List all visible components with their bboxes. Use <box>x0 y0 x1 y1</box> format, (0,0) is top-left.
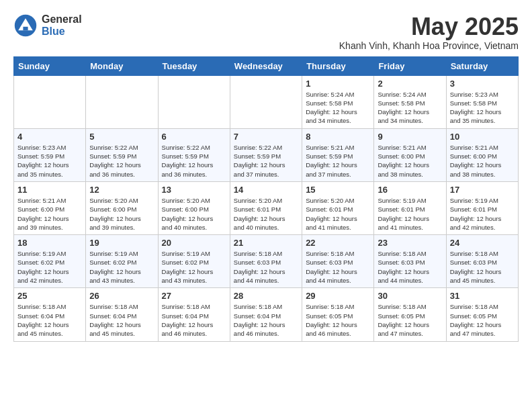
calendar-cell: 11Sunrise: 5:21 AMSunset: 6:00 PMDayligh… <box>14 181 86 234</box>
day-number: 15 <box>306 185 370 195</box>
day-info: Sunrise: 5:19 AMSunset: 6:01 PMDaylight:… <box>450 196 515 232</box>
day-number: 13 <box>162 185 226 195</box>
calendar-cell: 4Sunrise: 5:23 AMSunset: 5:59 PMDaylight… <box>14 128 86 181</box>
day-info: Sunrise: 5:19 AMSunset: 6:02 PMDaylight:… <box>17 249 82 285</box>
calendar-cell <box>158 75 230 128</box>
day-info: Sunrise: 5:18 AMSunset: 6:03 PMDaylight:… <box>378 249 442 285</box>
day-number: 1 <box>306 79 370 89</box>
day-number: 27 <box>162 291 226 301</box>
calendar-cell: 7Sunrise: 5:22 AMSunset: 5:59 PMDaylight… <box>230 128 302 181</box>
weekday-header-tuesday: Tuesday <box>158 56 230 75</box>
day-info: Sunrise: 5:18 AMSunset: 6:05 PMDaylight:… <box>450 302 515 338</box>
calendar-cell: 8Sunrise: 5:21 AMSunset: 5:59 PMDaylight… <box>302 128 374 181</box>
calendar-cell: 10Sunrise: 5:21 AMSunset: 6:00 PMDayligh… <box>446 128 518 181</box>
day-info: Sunrise: 5:21 AMSunset: 6:00 PMDaylight:… <box>450 143 515 179</box>
calendar-cell: 23Sunrise: 5:18 AMSunset: 6:03 PMDayligh… <box>374 235 446 288</box>
day-number: 6 <box>162 132 226 142</box>
day-number: 11 <box>17 185 82 195</box>
day-info: Sunrise: 5:21 AMSunset: 5:59 PMDaylight:… <box>306 143 370 179</box>
day-number: 12 <box>89 185 154 195</box>
day-info: Sunrise: 5:18 AMSunset: 6:03 PMDaylight:… <box>234 249 298 285</box>
calendar-table: SundayMondayTuesdayWednesdayThursdayFrid… <box>13 56 519 342</box>
calendar-cell <box>86 75 158 128</box>
calendar-week-row-2: 4Sunrise: 5:23 AMSunset: 5:59 PMDaylight… <box>14 128 519 181</box>
day-number: 9 <box>378 132 442 142</box>
day-number: 19 <box>89 238 154 248</box>
day-number: 26 <box>89 291 154 301</box>
day-info: Sunrise: 5:21 AMSunset: 6:00 PMDaylight:… <box>17 196 82 232</box>
weekday-header-row: SundayMondayTuesdayWednesdayThursdayFrid… <box>14 56 519 75</box>
day-number: 30 <box>378 291 442 301</box>
calendar-cell: 16Sunrise: 5:19 AMSunset: 6:01 PMDayligh… <box>374 181 446 234</box>
weekday-header-friday: Friday <box>374 56 446 75</box>
calendar-cell: 18Sunrise: 5:19 AMSunset: 6:02 PMDayligh… <box>14 235 86 288</box>
day-number: 25 <box>17 291 82 301</box>
calendar-week-row-4: 18Sunrise: 5:19 AMSunset: 6:02 PMDayligh… <box>14 235 519 288</box>
location-subtitle: Khanh Vinh, Khanh Hoa Province, Vietnam <box>339 40 519 51</box>
calendar-week-row-5: 25Sunrise: 5:18 AMSunset: 6:04 PMDayligh… <box>14 288 519 341</box>
day-info: Sunrise: 5:20 AMSunset: 6:01 PMDaylight:… <box>306 196 370 232</box>
day-info: Sunrise: 5:19 AMSunset: 6:02 PMDaylight:… <box>89 249 154 285</box>
day-number: 5 <box>89 132 154 142</box>
logo-icon <box>13 13 38 38</box>
page-header: General Blue May 2025 Khanh Vinh, Khanh … <box>13 13 519 51</box>
weekday-header-wednesday: Wednesday <box>230 56 302 75</box>
day-info: Sunrise: 5:18 AMSunset: 6:04 PMDaylight:… <box>17 302 82 338</box>
weekday-header-saturday: Saturday <box>446 56 518 75</box>
calendar-cell: 17Sunrise: 5:19 AMSunset: 6:01 PMDayligh… <box>446 181 518 234</box>
calendar-cell <box>230 75 302 128</box>
calendar-cell: 31Sunrise: 5:18 AMSunset: 6:05 PMDayligh… <box>446 288 518 341</box>
day-info: Sunrise: 5:22 AMSunset: 5:59 PMDaylight:… <box>89 143 154 179</box>
calendar-cell: 6Sunrise: 5:22 AMSunset: 5:59 PMDaylight… <box>158 128 230 181</box>
day-number: 22 <box>306 238 370 248</box>
calendar-cell: 20Sunrise: 5:19 AMSunset: 6:02 PMDayligh… <box>158 235 230 288</box>
logo-text: General Blue <box>42 13 82 37</box>
day-number: 24 <box>450 238 515 248</box>
day-info: Sunrise: 5:21 AMSunset: 6:00 PMDaylight:… <box>378 143 442 179</box>
day-info: Sunrise: 5:18 AMSunset: 6:04 PMDaylight:… <box>162 302 226 338</box>
calendar-cell: 30Sunrise: 5:18 AMSunset: 6:05 PMDayligh… <box>374 288 446 341</box>
calendar-cell: 21Sunrise: 5:18 AMSunset: 6:03 PMDayligh… <box>230 235 302 288</box>
calendar-cell: 12Sunrise: 5:20 AMSunset: 6:00 PMDayligh… <box>86 181 158 234</box>
title-section: May 2025 Khanh Vinh, Khanh Hoa Province,… <box>339 13 519 51</box>
calendar-cell: 29Sunrise: 5:18 AMSunset: 6:05 PMDayligh… <box>302 288 374 341</box>
day-info: Sunrise: 5:18 AMSunset: 6:04 PMDaylight:… <box>89 302 154 338</box>
calendar-cell: 26Sunrise: 5:18 AMSunset: 6:04 PMDayligh… <box>86 288 158 341</box>
day-info: Sunrise: 5:22 AMSunset: 5:59 PMDaylight:… <box>162 143 226 179</box>
day-number: 4 <box>17 132 82 142</box>
day-number: 17 <box>450 185 515 195</box>
calendar-cell: 24Sunrise: 5:18 AMSunset: 6:03 PMDayligh… <box>446 235 518 288</box>
day-info: Sunrise: 5:19 AMSunset: 6:01 PMDaylight:… <box>378 196 442 232</box>
day-info: Sunrise: 5:18 AMSunset: 6:03 PMDaylight:… <box>450 249 515 285</box>
day-number: 8 <box>306 132 370 142</box>
logo: General Blue <box>13 13 82 38</box>
day-number: 21 <box>234 238 298 248</box>
day-info: Sunrise: 5:20 AMSunset: 6:01 PMDaylight:… <box>234 196 298 232</box>
day-info: Sunrise: 5:24 AMSunset: 5:58 PMDaylight:… <box>378 90 442 126</box>
calendar-cell: 25Sunrise: 5:18 AMSunset: 6:04 PMDayligh… <box>14 288 86 341</box>
calendar-week-row-3: 11Sunrise: 5:21 AMSunset: 6:00 PMDayligh… <box>14 181 519 234</box>
calendar-cell: 1Sunrise: 5:24 AMSunset: 5:58 PMDaylight… <box>302 75 374 128</box>
weekday-header-sunday: Sunday <box>14 56 86 75</box>
day-number: 23 <box>378 238 442 248</box>
day-number: 3 <box>450 79 515 89</box>
day-number: 29 <box>306 291 370 301</box>
day-number: 2 <box>378 79 442 89</box>
weekday-header-thursday: Thursday <box>302 56 374 75</box>
day-number: 31 <box>450 291 515 301</box>
calendar-cell: 3Sunrise: 5:23 AMSunset: 5:58 PMDaylight… <box>446 75 518 128</box>
calendar-cell: 19Sunrise: 5:19 AMSunset: 6:02 PMDayligh… <box>86 235 158 288</box>
day-number: 16 <box>378 185 442 195</box>
day-info: Sunrise: 5:20 AMSunset: 6:00 PMDaylight:… <box>89 196 154 232</box>
weekday-header-monday: Monday <box>86 56 158 75</box>
calendar-cell: 15Sunrise: 5:20 AMSunset: 6:01 PMDayligh… <box>302 181 374 234</box>
day-info: Sunrise: 5:19 AMSunset: 6:02 PMDaylight:… <box>162 249 226 285</box>
logo-blue-label: Blue <box>42 26 82 38</box>
calendar-cell: 2Sunrise: 5:24 AMSunset: 5:58 PMDaylight… <box>374 75 446 128</box>
logo-general-label: General <box>42 13 82 26</box>
day-number: 28 <box>234 291 298 301</box>
month-title: May 2025 <box>339 13 519 40</box>
day-info: Sunrise: 5:23 AMSunset: 5:59 PMDaylight:… <box>17 143 82 179</box>
calendar-cell: 5Sunrise: 5:22 AMSunset: 5:59 PMDaylight… <box>86 128 158 181</box>
day-info: Sunrise: 5:22 AMSunset: 5:59 PMDaylight:… <box>234 143 298 179</box>
